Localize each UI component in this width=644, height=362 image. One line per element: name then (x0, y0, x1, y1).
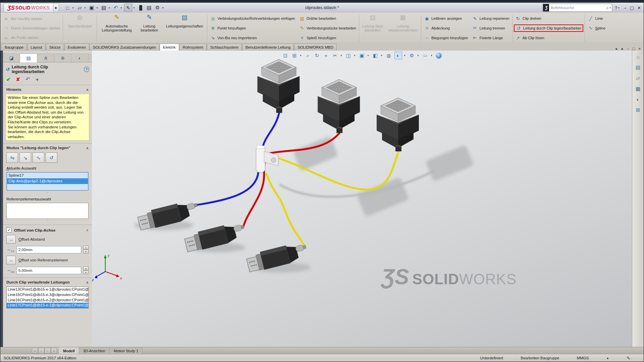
start-by-fromto-button[interactable]: ❖ Bei Von/Bis starten (3, 15, 60, 22)
doc-restore-icon[interactable]: ▢ (632, 47, 635, 51)
zoom-caret-icon[interactable]: ▾ (300, 54, 303, 57)
select-tool-icon[interactable]: ⇖ (124, 4, 132, 12)
unit-system[interactable]: MMGS (577, 356, 589, 360)
zoom-to-area-icon[interactable]: ⊞ (291, 52, 298, 59)
edit-wires-button[interactable]: ▤ Drähte bearbeiten (299, 15, 356, 22)
window-close-icon[interactable]: ✕ (637, 5, 641, 10)
hinweis-collapse-icon[interactable]: ∧ (86, 88, 89, 92)
show-guidelines-button[interactable]: ◉ Leitlinien anzeigen (424, 15, 468, 22)
add-splice-button[interactable]: ⋎ Spleiß hinzufügen (299, 35, 356, 41)
modus-section-header[interactable]: Modus "Leitung durch Clip legen" ∧ (3, 143, 92, 151)
mode-reroute-icon[interactable]: ⇋ (6, 153, 18, 163)
offset-clip-checkbox[interactable]: ✓ (6, 228, 11, 233)
listbox-resize-handle[interactable]: ○ (3, 191, 92, 194)
view-palette-icon[interactable]: ▦ (636, 86, 640, 92)
scroll-tabs-right-icon[interactable]: ► (621, 47, 624, 51)
modus-collapse-icon[interactable]: ∧ (86, 146, 89, 150)
hinweis-section-header[interactable]: Hinweis ∧ (3, 85, 92, 93)
open-document-icon[interactable]: ▱ (76, 4, 83, 11)
solidworks-menu-logo[interactable]: ƷS SOLID WORKS (4, 3, 53, 12)
unit-caret-icon[interactable]: ▲ (606, 356, 609, 360)
keep-visible-pin-icon[interactable]: ➤ (34, 76, 40, 82)
display-manager-tab-icon[interactable]: ◐ (71, 54, 89, 62)
design-library-icon[interactable]: ▤ (636, 64, 640, 70)
selection-item-empty[interactable] (7, 184, 88, 190)
orientation-caret-icon[interactable]: ▾ (354, 54, 357, 57)
task-list-icon[interactable]: ▤ (145, 4, 153, 11)
line-button[interactable]: ╱ Linie (588, 15, 605, 22)
offset-abstand-input[interactable]: 2.00mm (16, 246, 81, 253)
ok-check-icon[interactable]: ✔ (6, 76, 11, 82)
edit-connectors-button[interactable]: ✎ Verbindungsstücke bearbeiten (299, 25, 356, 32)
split-route-button[interactable]: ✂ Leitung trennen (472, 25, 509, 32)
selection-item-clip-axis[interactable]: Clip Axis@pclip2-1@cliproutes (7, 178, 88, 184)
stepper-down-icon[interactable]: ▼ (83, 270, 89, 274)
routes-section-header[interactable]: Durch Clip verlaufende Leitungen ∧ (3, 278, 92, 286)
undo-icon[interactable]: ↶ (112, 4, 119, 11)
rotate-view-icon[interactable]: ↻ (314, 52, 321, 59)
mode-offset-icon[interactable]: ↘ (19, 153, 31, 163)
graphics-viewport[interactable]: y x z ⊡ ⊞ ▾ ⌕ ↻ + ✂ ▾ ◫ ▾ ▣ ▾ ◧ ▾ ◍ (92, 51, 632, 347)
add-bends-button[interactable]: ⌢ Biegungen hinzufügen (424, 35, 468, 41)
route-item-selected[interactable]: Linie17CPoint1@db15-e-1@cliproutes:CPoin… (7, 303, 88, 308)
auto-route-button[interactable]: ✎ Automatische Leitungserstellung (98, 13, 136, 43)
route-item[interactable]: Linie16CPoint1@db15-e-2@cliproutes:CPoin… (7, 298, 88, 303)
custom-properties-icon[interactable]: ⊞ (636, 107, 640, 113)
stepper-up-icon[interactable]: ▲ (83, 266, 89, 270)
new-document-icon[interactable]: □ (64, 4, 71, 11)
search-caret-icon[interactable]: ▾ (609, 6, 612, 9)
save-caret-icon[interactable]: ▾ (96, 6, 99, 9)
options-gear-icon[interactable]: ⚙ (154, 4, 161, 11)
tab-evaluieren[interactable]: Evaluieren (64, 44, 89, 51)
fixed-length-button[interactable]: ⇤ Fixierte Länge (472, 35, 509, 41)
view-orientation-icon[interactable]: ◫ (345, 52, 352, 59)
tab-rohrsystem[interactable]: Rohrsystem (179, 44, 207, 51)
open-caret-icon[interactable]: ▾ (84, 6, 87, 9)
appearances-icon[interactable]: ◐ (636, 97, 639, 102)
scroll-tabs-left-icon[interactable]: ◄ (614, 47, 618, 51)
window-minimize-icon[interactable]: – (624, 5, 627, 10)
configuration-manager-tab-icon[interactable]: ⋔ (37, 54, 54, 62)
route-properties-button[interactable]: ▤ Leitungseigenschaften (163, 13, 206, 43)
repair-route-button[interactable]: ✎ Leitung reparieren (472, 15, 509, 22)
window-maximize-icon[interactable]: ▢ (630, 5, 634, 10)
3d-views-tab[interactable]: 3D-Ansichten (79, 347, 110, 354)
db15-connector-top-2[interactable] (318, 79, 360, 133)
flatten-route-button[interactable]: ▤ Leitung flach darstellen (360, 13, 385, 43)
cable-clip[interactable] (256, 145, 278, 173)
resources-home-icon[interactable]: ⌂ (636, 54, 639, 60)
undo-caret-icon[interactable]: ▾ (120, 6, 123, 9)
select-caret-icon[interactable]: ▾ (133, 6, 136, 9)
route-item[interactable]: Linie15CPoint1@db15-e-3@cliproutes:CPoin… (7, 292, 88, 298)
feature-manager-tab-icon[interactable]: ◪ (3, 54, 20, 62)
options-caret-icon[interactable]: ▾ (162, 6, 165, 9)
rotate-clip-button[interactable]: ↻ Clip drehen (515, 15, 582, 22)
selection-item-spline[interactable]: Spline17 (7, 173, 88, 178)
display-caret-icon[interactable]: ▾ (368, 54, 370, 57)
offset-ref-input[interactable]: 5.00mm (16, 267, 81, 274)
view-settings-icon[interactable]: ◐ (394, 52, 402, 59)
add-point-button[interactable]: ⊕ Punkt hinzufügen (210, 25, 295, 32)
edit-route-button[interactable]: ✎ Leitung bearbeiten (136, 13, 163, 43)
pan-icon[interactable]: + (323, 52, 330, 59)
prev-tab-icon[interactable]: ‹ (38, 348, 44, 354)
reuse-route-button[interactable]: ▦ Leitung wiederverwenden (385, 13, 420, 43)
detach-from-clip-button[interactable]: ↗ Ab Clip lösen (515, 35, 582, 41)
new-caret-icon[interactable]: ▾ (72, 6, 75, 9)
hide-show-caret-icon[interactable]: ▾ (381, 54, 383, 57)
undo-arrow-icon[interactable]: ↶ (25, 76, 30, 82)
help-icon[interactable]: ? (615, 5, 617, 10)
panel-splitter-handle[interactable]: ○ (3, 51, 92, 54)
file-explorer-icon[interactable]: ▱ (636, 75, 640, 81)
apply-scene-icon[interactable]: ⚙ (409, 52, 416, 59)
menu-expand-icon[interactable]: ▶ (53, 3, 59, 12)
tab-layout[interactable]: Layout (27, 44, 46, 51)
reference-selection-listbox[interactable] (6, 203, 89, 219)
start-at-point-button[interactable]: ◈ An Punkt starten (3, 34, 60, 41)
scene-caret-icon[interactable]: ▾ (418, 54, 420, 57)
listbox-resize-handle[interactable]: ○ (3, 219, 92, 222)
insert-connectors-button[interactable]: ◎ Verbindungsstücke/Rohrverbindungen ein… (210, 15, 295, 22)
offset-collapse-icon[interactable]: ∧ (86, 228, 89, 232)
hide-show-items-icon[interactable]: ◧ (372, 52, 379, 59)
mode-route-through-clip-icon[interactable]: ∿ (33, 153, 44, 163)
